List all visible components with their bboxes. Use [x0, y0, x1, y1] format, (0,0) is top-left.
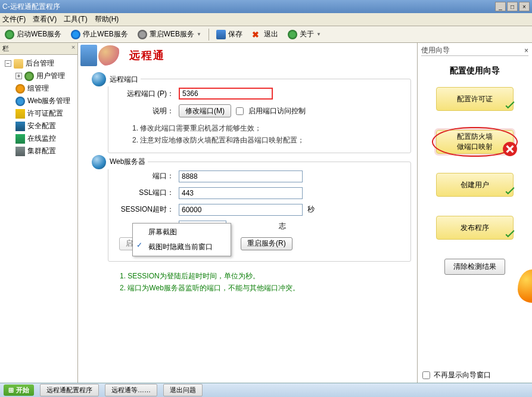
web-port-label: 端口： [114, 171, 174, 181]
expand-icon[interactable]: + [15, 73, 22, 79]
menu-help[interactable]: 帮助(H) [95, 14, 119, 24]
wizard-step-label: 创建用户 [461, 180, 489, 190]
check-icon [502, 227, 518, 243]
taskbar-item[interactable]: 远程通配置程序 [40, 384, 99, 396]
window-buttons: _ □ × [495, 2, 530, 11]
wizard-close-icon[interactable]: × [524, 46, 528, 55]
monitor-icon [15, 134, 25, 144]
sidebar-item-label: 在线监控 [27, 134, 56, 144]
start-label: 开始 [16, 386, 29, 395]
wizard-panel: 使用向导× 配置使用向导 配置许可证 配置防火墙做端口映射 创建用户 发布程序 … [417, 43, 532, 385]
about-button[interactable]: 关于▼ [285, 28, 323, 41]
check-icon [502, 98, 518, 114]
sidebar-item-users[interactable]: +用户管理 [1, 70, 76, 82]
dont-show-label: 不再显示向导窗口 [434, 370, 491, 380]
stop-icon [71, 30, 80, 39]
about-icon [288, 30, 297, 39]
restart-web-button[interactable]: 重启WEB服务▼ [135, 28, 204, 41]
tree-root-label: 后台管理 [26, 58, 54, 69]
menu-item-label: 屏幕截图 [148, 228, 177, 236]
menu-item-label: 截图时隐藏当前窗口 [148, 243, 213, 251]
exit-button[interactable]: ✖退出 [250, 28, 281, 41]
wizard-step-license[interactable]: 配置许可证 [436, 87, 514, 111]
sidebar-header: 栏× [0, 43, 77, 55]
footer-note-2: 2. 端口为Web服务器监听的端口，不能与其他端口冲突。 [120, 282, 411, 294]
chevron-down-icon: ▼ [316, 32, 321, 37]
dont-show-checkbox[interactable] [422, 371, 430, 379]
cluster-icon [15, 147, 25, 156]
menu-file[interactable]: 文件(F) [2, 14, 26, 24]
folder-icon [14, 59, 23, 69]
maximize-button[interactable]: □ [507, 2, 518, 11]
tree: −后台管理 +用户管理 组管理 Web服务管理 许可证配置 安全配置 在线监控 … [0, 55, 77, 160]
sidebar: 栏× −后台管理 +用户管理 组管理 Web服务管理 许可证配置 安全配置 在线… [0, 43, 78, 385]
save-button[interactable]: 保存 [214, 28, 245, 41]
remote-note-1: 1. 修改此端口需要重启机器才能够生效； [132, 122, 405, 134]
exit-icon: ✖ [252, 30, 262, 39]
enable-access-label: 启用端口访问控制 [248, 106, 306, 116]
sidebar-item-license[interactable]: 许可证配置 [1, 107, 76, 120]
stop-web-label: 停止WEB服务 [83, 29, 127, 39]
tree-root[interactable]: −后台管理 [1, 57, 76, 70]
wizard-step-user[interactable]: 创建用户 [436, 173, 514, 197]
window-title: C-远程通配置程序 [2, 2, 495, 12]
error-icon [502, 141, 518, 157]
sidebar-close-icon[interactable]: × [69, 43, 77, 51]
taskbar-item[interactable]: 远程通等…… [105, 384, 157, 396]
minimize-button[interactable]: _ [495, 2, 506, 11]
stop-web-button[interactable]: 停止WEB服务 [69, 28, 130, 41]
chevron-down-icon: ▼ [197, 32, 201, 37]
session-input[interactable] [179, 204, 303, 216]
taskbar-item[interactable]: 退出问题 [163, 384, 203, 396]
menu-hide-window[interactable]: ✓截图时隐藏当前窗口 [133, 240, 231, 255]
sidebar-item-cluster[interactable]: 集群配置 [1, 145, 76, 157]
sidebar-item-web[interactable]: Web服务管理 [1, 95, 76, 107]
separator [209, 29, 209, 41]
web-icon [15, 97, 25, 106]
title-bar: C-远程通配置程序 _ □ × [0, 0, 532, 13]
check-icon: ✓ [136, 241, 142, 249]
remote-note-2: 2. 注意对应地修改防火墙配置和路由器端口映射配置； [132, 134, 405, 146]
close-button[interactable]: × [519, 2, 530, 11]
web-port-input[interactable] [179, 170, 303, 182]
sidebar-item-label: 组管理 [27, 83, 49, 94]
seconds-label: 秒 [307, 204, 315, 215]
menu-bar: 文件(F) 查看(V) 工具(T) 帮助(H) [0, 13, 532, 26]
toolbar: 启动WEB服务 停止WEB服务 重启WEB服务▼ 保存 ✖退出 关于▼ [0, 26, 532, 43]
clear-results-button[interactable]: 清除检测结果 [444, 259, 505, 275]
menu-view[interactable]: 查看(V) [33, 14, 57, 24]
globe-icon [92, 72, 106, 86]
wizard-step-publish[interactable]: 发布程序 [436, 216, 514, 240]
save-label: 保存 [228, 29, 242, 39]
start-button[interactable]: ⊞开始 [4, 384, 34, 396]
enable-access-checkbox[interactable] [236, 107, 244, 115]
sidebar-item-label: 用户管理 [36, 71, 65, 81]
wizard-step-label: 配置防火墙做端口映射 [457, 132, 493, 152]
remote-port-input[interactable] [179, 88, 273, 100]
menu-screenshot[interactable]: 屏幕截图 [133, 225, 231, 240]
ssl-port-input[interactable] [179, 187, 303, 199]
globe-icon [92, 155, 106, 169]
ssl-port-label: SSL端口： [114, 188, 174, 198]
footer-note-1: 1. SESSION为登陆后超时时间，单位为秒。 [120, 270, 411, 282]
menu-tool[interactable]: 工具(T) [64, 14, 87, 24]
sidebar-item-label: Web服务管理 [27, 96, 70, 106]
sidebar-item-label: 安全配置 [27, 121, 56, 131]
start-web-label: 启动WEB服务 [17, 29, 61, 39]
center-panel: 远程通 远程端口 远程端口 (P)： 说明： 修改端口(M) 启用端口访问控制 … [78, 43, 417, 385]
session-label: SESSION超时： [114, 204, 174, 215]
check-icon [502, 184, 518, 200]
remote-port-label: 远程端口 (P)： [114, 89, 174, 99]
start-web-button[interactable]: 启动WEB服务 [2, 28, 64, 41]
sidebar-item-monitor[interactable]: 在线监控 [1, 132, 76, 145]
wizard-step-firewall[interactable]: 配置防火墙做端口映射 [436, 130, 514, 154]
sidebar-item-security[interactable]: 安全配置 [1, 120, 76, 132]
sidebar-item-groups[interactable]: 组管理 [1, 82, 76, 95]
restart-service-button[interactable]: 重启服务(R) [241, 237, 293, 250]
desc-label: 说明： [114, 106, 174, 116]
modify-port-button[interactable]: 修改端口(M) [179, 104, 231, 117]
collapse-icon[interactable]: − [5, 60, 11, 67]
about-label: 关于 [300, 29, 314, 39]
group-icon [15, 84, 25, 94]
restart-web-label: 重启WEB服务 [150, 29, 194, 39]
